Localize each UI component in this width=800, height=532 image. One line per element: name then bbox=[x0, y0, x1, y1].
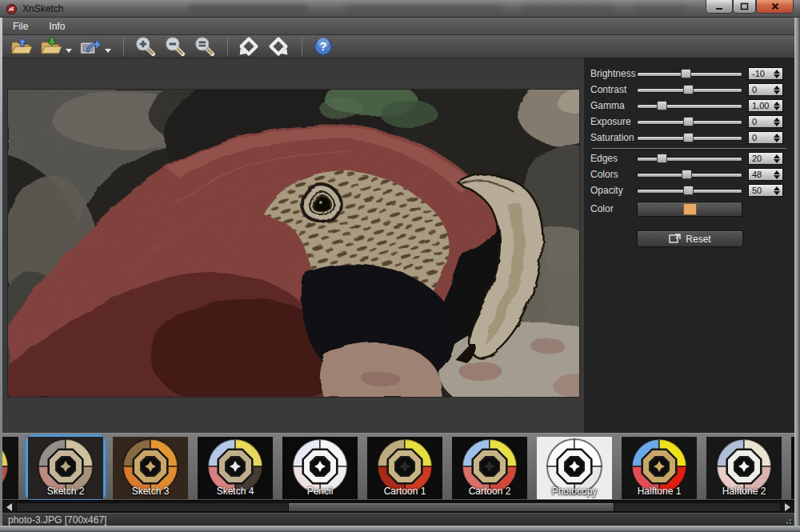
spinbox-contrast[interactable]: 0 bbox=[748, 83, 783, 96]
preset-label: Sketch 3 bbox=[113, 486, 188, 497]
spin-down-icon[interactable] bbox=[774, 138, 780, 142]
slider-thumb[interactable] bbox=[657, 154, 667, 163]
app-logo-icon bbox=[6, 3, 18, 15]
reset-label: Reset bbox=[686, 234, 710, 245]
menu-item-file[interactable]: File bbox=[2, 18, 38, 34]
spin-down-icon[interactable] bbox=[774, 159, 780, 163]
scroll-right-button[interactable] bbox=[782, 502, 794, 513]
dropdown-caret-icon[interactable] bbox=[66, 49, 72, 53]
slider-track[interactable] bbox=[637, 182, 742, 198]
preset-label: Halftone 1 bbox=[622, 486, 697, 497]
adjustment-row-gamma: Gamma1,00 bbox=[590, 98, 788, 114]
color-swatch bbox=[683, 203, 697, 215]
preset-sketch-3[interactable]: Sketch 3 bbox=[113, 437, 188, 499]
slider-thumb[interactable] bbox=[683, 117, 694, 126]
arrow-right-icon bbox=[785, 503, 790, 511]
spin-up-icon[interactable] bbox=[774, 154, 780, 158]
toolbar-export-button[interactable] bbox=[77, 36, 104, 58]
preset-label: Sketch 2 bbox=[28, 486, 103, 497]
maximize-icon bbox=[740, 2, 749, 10]
dropdown-caret-icon[interactable] bbox=[105, 49, 111, 53]
slider-track[interactable] bbox=[637, 130, 742, 146]
svg-text:?: ? bbox=[320, 40, 327, 53]
spin-up-icon[interactable] bbox=[774, 134, 780, 138]
spin-down-icon[interactable] bbox=[774, 106, 780, 110]
blurred-text-artifact bbox=[344, 5, 504, 13]
scroll-left-button[interactable] bbox=[3, 502, 15, 513]
minimize-button[interactable] bbox=[706, 0, 733, 14]
toolbar-rotate-right-button[interactable] bbox=[265, 36, 292, 58]
spinbox-edges[interactable]: 20 bbox=[748, 152, 783, 165]
slider-thumb[interactable] bbox=[682, 170, 692, 179]
close-button[interactable] bbox=[756, 0, 794, 14]
spin-up-icon[interactable] bbox=[774, 170, 780, 174]
toolbar-zoom-out-button[interactable] bbox=[161, 36, 188, 58]
slider-track[interactable] bbox=[637, 82, 742, 98]
spin-up-icon[interactable] bbox=[774, 118, 780, 122]
spin-up-icon[interactable] bbox=[774, 186, 780, 190]
preset-partial-left[interactable] bbox=[2, 437, 18, 499]
toolbar-rotate-left-button[interactable] bbox=[235, 36, 262, 58]
slider-thumb[interactable] bbox=[657, 101, 667, 110]
slider-track[interactable] bbox=[637, 166, 742, 182]
slider-thumb[interactable] bbox=[683, 186, 694, 195]
preset-sketch-2[interactable]: Sketch 2 bbox=[28, 437, 103, 499]
preset-cartoon-1[interactable]: Cartoon 1 bbox=[367, 437, 442, 499]
spinbox-brightness[interactable]: -10 bbox=[748, 67, 783, 80]
toolbar-help-button[interactable]: ? bbox=[310, 36, 337, 58]
spin-up-icon[interactable] bbox=[774, 102, 780, 106]
adjustment-label: Contrast bbox=[590, 84, 637, 95]
toolbar-open-image-button[interactable] bbox=[8, 36, 35, 58]
spinbox-arrows bbox=[773, 70, 782, 78]
spinbox-opacity[interactable]: 50 bbox=[748, 184, 783, 197]
slider-thumb[interactable] bbox=[681, 69, 691, 78]
spinbox-value: 50 bbox=[749, 185, 773, 196]
spin-down-icon[interactable] bbox=[774, 191, 780, 195]
adjustment-row-exposure: Exposure0 bbox=[590, 114, 788, 130]
resize-grip[interactable] bbox=[782, 514, 791, 524]
slider-track[interactable] bbox=[637, 66, 742, 82]
toolbar-save-image-button[interactable] bbox=[38, 36, 65, 58]
preset-partial-right[interactable] bbox=[791, 437, 794, 499]
slider-track[interactable] bbox=[637, 150, 742, 166]
scrollbar-thumb[interactable] bbox=[288, 502, 614, 512]
preset-pencil[interactable]: Pencil bbox=[282, 437, 358, 499]
slider-track[interactable] bbox=[637, 98, 742, 114]
preset-halftone-1[interactable]: Halftone 1 bbox=[622, 437, 697, 499]
maximize-button[interactable] bbox=[733, 0, 756, 14]
slider-thumb[interactable] bbox=[683, 85, 694, 94]
preset-label: Photocopy bbox=[537, 486, 612, 497]
spinbox-value: 0 bbox=[749, 132, 773, 143]
spinbox-colors[interactable]: 48 bbox=[748, 168, 783, 181]
spin-down-icon[interactable] bbox=[774, 74, 780, 78]
menu-item-info[interactable]: Info bbox=[38, 18, 75, 34]
spin-down-icon[interactable] bbox=[774, 90, 780, 94]
adjustment-row-colors: Colors48 bbox=[590, 166, 788, 182]
menubar: FileInfo bbox=[2, 18, 794, 35]
spinbox-saturation[interactable]: 0 bbox=[748, 131, 783, 144]
spin-up-icon[interactable] bbox=[774, 86, 780, 90]
preset-halftone-2[interactable]: Halftone 2 bbox=[706, 437, 782, 499]
spinbox-arrows bbox=[773, 134, 782, 142]
preset-photocopy[interactable]: Photocopy bbox=[537, 437, 612, 499]
slider-track[interactable] bbox=[637, 114, 742, 130]
slider-thumb[interactable] bbox=[683, 133, 694, 142]
reset-button[interactable]: Reset bbox=[637, 230, 743, 247]
preset-wheel bbox=[2, 437, 18, 499]
spin-down-icon[interactable] bbox=[774, 122, 780, 126]
presets-strip: Sketch 2 Sketch 3 Sketch 4 Pencil Cartoo bbox=[2, 433, 794, 500]
blurred-text-artifact bbox=[632, 5, 688, 13]
preset-cartoon-2[interactable]: Cartoon 2 bbox=[452, 437, 527, 499]
adjustment-label: Edges bbox=[590, 153, 637, 164]
spin-down-icon[interactable] bbox=[774, 175, 780, 179]
preset-sketch-4[interactable]: Sketch 4 bbox=[198, 437, 273, 499]
adjustment-label: Opacity bbox=[590, 185, 637, 196]
blurred-text-artifact bbox=[520, 5, 616, 13]
spinbox-exposure[interactable]: 0 bbox=[748, 115, 783, 128]
preset-label: Pencil bbox=[282, 486, 358, 497]
color-picker-button[interactable] bbox=[637, 202, 742, 217]
toolbar-zoom-in-button[interactable] bbox=[131, 36, 158, 58]
toolbar-zoom-original-button[interactable] bbox=[190, 36, 218, 58]
spin-up-icon[interactable] bbox=[774, 70, 780, 74]
spinbox-gamma[interactable]: 1,00 bbox=[748, 99, 783, 112]
